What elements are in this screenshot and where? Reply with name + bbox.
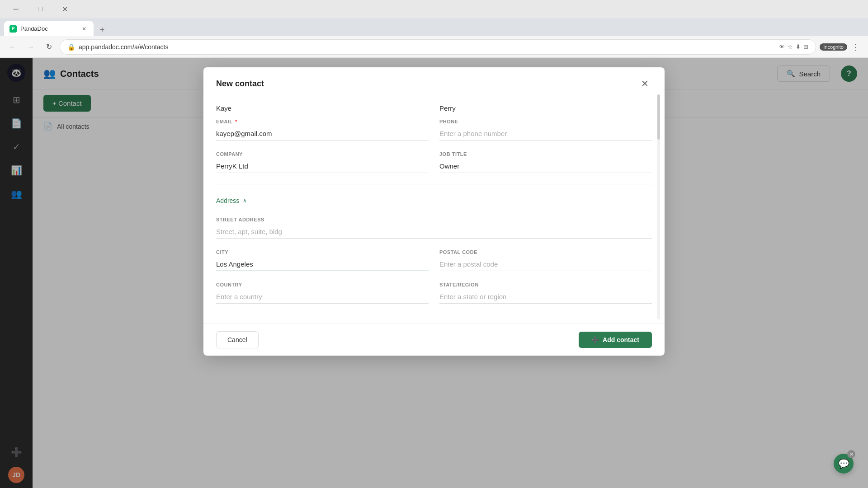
modal-title: New contact	[216, 79, 264, 89]
last-name-field	[439, 102, 652, 115]
email-input[interactable]	[216, 127, 429, 141]
browser-titlebar: ─ □ ✕	[0, 0, 868, 18]
name-row	[216, 98, 652, 115]
state-region-input[interactable]	[439, 290, 652, 304]
browser-chrome: ─ □ ✕ P PandaDoc ✕ + ← → ↻ 🔒 app.pandado…	[0, 0, 868, 58]
lock-icon: 🔒	[67, 43, 75, 51]
city-label: CITY	[216, 249, 429, 255]
chat-widget[interactable]: 💬 ✕	[834, 454, 854, 474]
modal-close-button[interactable]: ✕	[637, 76, 652, 91]
city-field-container: CITY	[216, 249, 429, 271]
tab-title: PandaDoc	[20, 25, 48, 32]
street-address-row: STREET ADDRESS	[216, 217, 652, 239]
browser-toolbar-right: Incognito ⋮	[820, 40, 863, 54]
tab-bar: P PandaDoc ✕ +	[0, 18, 868, 36]
eye-off-icon: 👁	[779, 43, 785, 50]
address-bar[interactable]: 🔒 app.pandadoc.com/a/#/contacts 👁 ☆ ⬇ ⊟	[60, 39, 816, 55]
app-container: 🐼 ⊞ 📄 ✓ 📊 👥 ➕ JD 👥 Contacts	[0, 58, 868, 488]
chat-icon: 💬	[838, 458, 849, 469]
scrollbar-thumb	[657, 94, 660, 140]
refresh-button[interactable]: ↻	[42, 40, 56, 54]
country-field-container: COUNTRY	[216, 282, 429, 304]
job-title-input[interactable]	[439, 160, 652, 173]
country-label: COUNTRY	[216, 282, 429, 287]
section-divider	[216, 184, 652, 184]
city-input[interactable]	[216, 258, 429, 271]
profile-icon: ⊟	[803, 43, 808, 50]
incognito-badge: Incognito	[820, 43, 847, 51]
country-input[interactable]	[216, 290, 429, 304]
last-name-input[interactable]	[439, 102, 652, 115]
first-name-input[interactable]	[216, 102, 429, 115]
cancel-button[interactable]: Cancel	[216, 331, 259, 348]
company-input[interactable]	[216, 160, 429, 173]
phone-label: PHONE	[439, 119, 652, 124]
new-contact-modal: New contact ✕	[203, 67, 665, 356]
modal-body: EMAIL * PHONE COMPANY	[203, 98, 665, 324]
country-state-row: COUNTRY STATE/REGION	[216, 282, 652, 304]
bookmark-icon: ☆	[788, 43, 793, 50]
company-jobtitle-row: COMPANY JOB TITLE	[216, 151, 652, 173]
street-address-label: STREET ADDRESS	[216, 217, 652, 222]
state-region-label: STATE/REGION	[439, 282, 652, 287]
job-title-label: JOB TITLE	[439, 151, 652, 157]
phone-input[interactable]	[439, 127, 652, 141]
new-tab-button[interactable]: +	[96, 23, 108, 36]
tab-close-button[interactable]: ✕	[80, 25, 88, 33]
email-phone-row: EMAIL * PHONE	[216, 119, 652, 141]
address-bar-row: ← → ↻ 🔒 app.pandadoc.com/a/#/contacts 👁 …	[0, 36, 868, 58]
pandadoc-tab[interactable]: P PandaDoc ✕	[4, 21, 94, 36]
city-postal-row: CITY POSTAL CODE	[216, 249, 652, 271]
forward-button[interactable]: →	[24, 40, 38, 54]
postal-code-input[interactable]	[439, 258, 652, 271]
phone-field-container: PHONE	[439, 119, 652, 141]
modal-footer: Cancel ➕ Add contact	[203, 324, 665, 356]
tab-favicon: P	[9, 25, 17, 33]
close-window-button[interactable]: ✕	[54, 0, 75, 18]
modal-overlay: New contact ✕	[0, 58, 868, 488]
url-text: app.pandadoc.com/a/#/contacts	[79, 43, 775, 51]
modal-header: New contact ✕	[203, 67, 665, 98]
company-label: COMPANY	[216, 151, 429, 157]
job-title-field-container: JOB TITLE	[439, 151, 652, 173]
address-bar-icons: 👁 ☆ ⬇ ⊟	[779, 43, 808, 50]
street-address-input[interactable]	[216, 225, 652, 239]
company-field-container: COMPANY	[216, 151, 429, 173]
chevron-up-icon: ∧	[243, 197, 247, 204]
scrollbar-track	[657, 94, 660, 319]
download-icon: ⬇	[796, 43, 801, 50]
postal-code-field-container: POSTAL CODE	[439, 249, 652, 271]
minimize-button[interactable]: ─	[5, 0, 26, 18]
first-name-field	[216, 102, 429, 115]
maximize-button[interactable]: □	[30, 0, 51, 18]
add-contact-submit-button[interactable]: ➕ Add contact	[579, 332, 652, 348]
street-address-field: STREET ADDRESS	[216, 217, 652, 239]
address-toggle-label: Address	[216, 197, 239, 204]
postal-code-label: POSTAL CODE	[439, 249, 652, 255]
address-toggle-button[interactable]: Address ∧	[216, 193, 247, 208]
chat-close-button[interactable]: ✕	[847, 450, 855, 458]
add-contact-submit-icon: ➕	[591, 336, 599, 343]
more-options-button[interactable]: ⋮	[849, 40, 863, 54]
back-button[interactable]: ←	[5, 40, 20, 54]
email-field-container: EMAIL *	[216, 119, 429, 141]
email-label: EMAIL *	[216, 119, 429, 124]
window-controls: ─ □ ✕	[5, 0, 75, 18]
state-region-field-container: STATE/REGION	[439, 282, 652, 304]
